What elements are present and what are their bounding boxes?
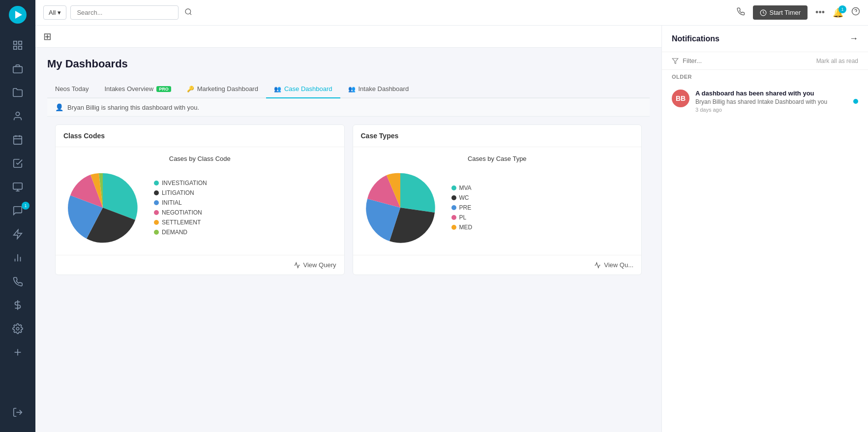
legend-dot-negotiation	[154, 210, 159, 215]
notifications-arrow-icon[interactable]: →	[849, 33, 858, 44]
search-button[interactable]	[182, 6, 194, 19]
sidebar-item-tasks[interactable]	[0, 152, 35, 175]
sidebar-item-grid[interactable]	[0, 33, 35, 57]
sidebar-item-folder[interactable]	[0, 81, 35, 104]
sidebar-item-chat[interactable]: 1	[0, 199, 35, 222]
dropdown-chevron-icon: ▾	[58, 9, 61, 16]
play-icon	[15, 11, 22, 19]
legend-label-mva: MVA	[459, 185, 472, 191]
sidebar-bottom	[12, 401, 23, 432]
query-icon-1	[294, 262, 300, 269]
page-content: My Dashboards Neos Today Intakes Overvie…	[35, 48, 661, 293]
legend-label-initial: INITIAL	[162, 199, 182, 206]
tab-intake-dashboard-label: Intake Dashboard	[359, 85, 409, 93]
main-area: ⊞ My Dashboards Neos Today Intakes Overv…	[35, 26, 868, 432]
legend-med: MED	[451, 224, 473, 231]
notification-item: BB A dashboard has been shared with you …	[662, 84, 868, 119]
sidebar-item-settings[interactable]	[0, 317, 35, 340]
start-timer-button[interactable]: Start Timer	[753, 5, 808, 20]
search-type-dropdown[interactable]: All ▾	[43, 5, 66, 20]
sidebar-item-briefcase[interactable]	[0, 57, 35, 81]
sidebar-item-calls[interactable]	[0, 270, 35, 293]
grid-bar: ⊞	[35, 26, 661, 48]
timer-icon	[760, 9, 767, 16]
view-query-button-1[interactable]: View Query	[294, 261, 336, 269]
case-types-pie-svg	[361, 168, 440, 247]
svg-rect-3	[19, 46, 22, 49]
svg-rect-1	[19, 41, 22, 44]
legend-dot-settlement	[154, 220, 159, 225]
legend-mva: MVA	[451, 185, 473, 191]
tab-case-dashboard-label: Case Dashboard	[284, 85, 332, 93]
sidebar-item-reports[interactable]	[0, 246, 35, 270]
content-panel: ⊞ My Dashboards Neos Today Intakes Overv…	[35, 26, 661, 432]
notification-unread-dot	[853, 99, 858, 104]
filter-input[interactable]	[683, 57, 816, 64]
legend-investigation: INVESTIGATION	[154, 180, 207, 186]
case-types-chart-area: MVA WC PRE	[361, 168, 634, 247]
sidebar-item-logout[interactable]	[12, 401, 23, 424]
tab-intakes-overview[interactable]: Intakes Overview PRO	[96, 80, 179, 98]
dashboard-tabs: Neos Today Intakes Overview PRO 🔑 Market…	[47, 80, 650, 98]
svg-rect-2	[14, 46, 17, 49]
svg-rect-10	[13, 183, 22, 189]
legend-dot-pre	[451, 205, 456, 210]
case-types-chart-title: Cases by Case Type	[468, 155, 527, 162]
tab-neos-today[interactable]: Neos Today	[47, 80, 96, 98]
layout-grid-icon[interactable]: ⊞	[43, 31, 52, 42]
tab-intake-dashboard[interactable]: 👥 Intake Dashboard	[340, 80, 417, 98]
legend-demand: DEMAND	[154, 229, 207, 236]
sharing-icon: 👤	[55, 103, 63, 111]
tab-marketing-dashboard[interactable]: 🔑 Marketing Dashboard	[179, 80, 266, 98]
case-types-pie	[361, 168, 440, 247]
legend-label-wc: WC	[459, 194, 469, 201]
sidebar-item-automation[interactable]	[0, 222, 35, 246]
sidebar-item-monitor[interactable]	[0, 175, 35, 199]
svg-line-23	[190, 13, 192, 15]
legend-label-investigation: INVESTIGATION	[162, 180, 207, 186]
mark-all-read-button[interactable]: Mark all as read	[816, 58, 858, 64]
class-codes-legend: INVESTIGATION LITIGATION INITIAL	[154, 180, 207, 236]
case-types-legend: MVA WC PRE	[451, 185, 473, 231]
view-query-button-2[interactable]: View Qu...	[594, 261, 633, 269]
tab-marketing-dashboard-label: Marketing Dashboard	[197, 85, 258, 93]
svg-marker-13	[14, 230, 22, 239]
view-query-label-1: View Query	[303, 261, 336, 269]
svg-rect-4	[13, 66, 22, 73]
notifications-header: Notifications →	[662, 26, 868, 52]
page-title: My Dashboards	[47, 58, 650, 70]
sidebar-nav: 1	[0, 30, 35, 401]
logo-icon	[9, 6, 27, 24]
case-types-header: Case Types	[353, 125, 642, 147]
legend-pre: PRE	[451, 204, 473, 211]
svg-rect-0	[14, 41, 17, 44]
case-types-body: Cases by Case Type	[353, 147, 642, 255]
svg-point-22	[185, 9, 191, 14]
tab-case-dashboard[interactable]: 👥 Case Dashboard	[266, 80, 340, 98]
legend-label-pl: PL	[459, 214, 467, 221]
class-codes-pie	[63, 168, 142, 247]
sidebar-item-billing[interactable]	[0, 293, 35, 317]
legend-pl: PL	[451, 214, 473, 221]
svg-rect-6	[14, 136, 22, 145]
query-icon-2	[594, 262, 601, 269]
legend-label-litigation: LITIGATION	[162, 189, 194, 196]
class-codes-chart-title: Cases by Class Code	[169, 155, 231, 162]
help-icon[interactable]	[851, 7, 860, 18]
phone-icon[interactable]	[736, 7, 745, 18]
notifications-icon[interactable]: 🔔 1	[833, 7, 843, 18]
sidebar-item-contacts[interactable]	[0, 104, 35, 128]
notifications-title: Notifications	[672, 34, 719, 43]
legend-dot-pl	[451, 215, 456, 220]
legend-label-pre: PRE	[459, 204, 472, 211]
class-codes-chart-area: INVESTIGATION LITIGATION INITIAL	[63, 168, 336, 247]
notifications-section-older: OLDER	[662, 70, 868, 84]
search-input[interactable]	[70, 5, 179, 20]
sharing-notice: 👤 Bryan Billig is sharing this dashboard…	[47, 98, 650, 117]
more-options-icon[interactable]: •••	[815, 7, 825, 18]
sidebar-item-add[interactable]	[0, 340, 35, 364]
notification-time: 3 days ago	[695, 107, 858, 113]
class-codes-header: Class Codes	[56, 125, 344, 147]
sidebar-logo[interactable]	[0, 0, 35, 30]
sidebar-item-calendar[interactable]	[0, 128, 35, 152]
